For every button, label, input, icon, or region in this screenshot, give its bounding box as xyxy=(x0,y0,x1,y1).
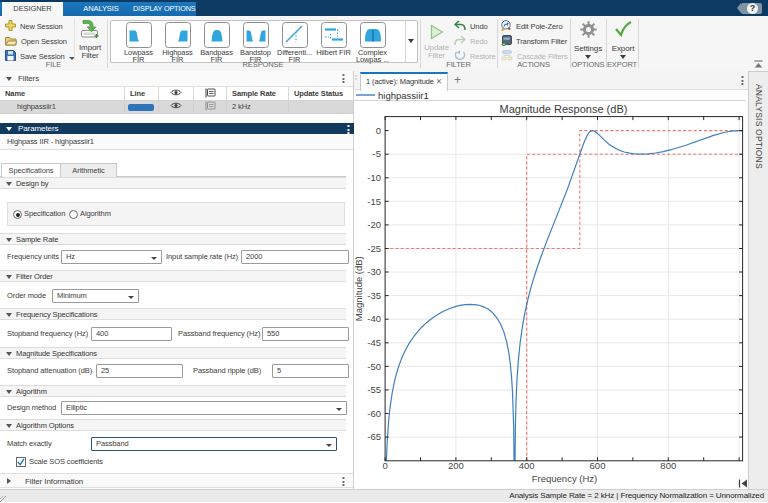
svg-text:Magnitude Response (dB): Magnitude Response (dB) xyxy=(500,103,628,115)
svg-text:-20: -20 xyxy=(367,219,381,230)
svg-text:Magnitude (dB): Magnitude (dB) xyxy=(353,256,364,321)
svg-text:-55: -55 xyxy=(367,384,381,395)
svg-text:200: 200 xyxy=(448,460,464,471)
svg-text:highpassiir1: highpassiir1 xyxy=(378,90,429,101)
svg-text:400: 400 xyxy=(519,460,535,471)
svg-text:-60: -60 xyxy=(367,408,381,419)
svg-text:-10: -10 xyxy=(367,172,381,183)
svg-text:-50: -50 xyxy=(367,361,381,372)
svg-text:0: 0 xyxy=(382,460,387,471)
svg-text:600: 600 xyxy=(590,460,606,471)
svg-text:800: 800 xyxy=(660,460,676,471)
svg-text:-40: -40 xyxy=(367,313,381,324)
svg-text:Frequency (Hz): Frequency (Hz) xyxy=(532,473,597,484)
svg-text:-15: -15 xyxy=(367,196,381,207)
svg-text:-30: -30 xyxy=(367,266,381,277)
svg-text:-35: -35 xyxy=(367,290,381,301)
svg-text:-25: -25 xyxy=(367,243,381,254)
svg-text:-45: -45 xyxy=(367,337,381,348)
svg-text:-5: -5 xyxy=(373,148,381,159)
svg-text:-65: -65 xyxy=(367,431,381,442)
svg-text:0: 0 xyxy=(376,125,381,136)
